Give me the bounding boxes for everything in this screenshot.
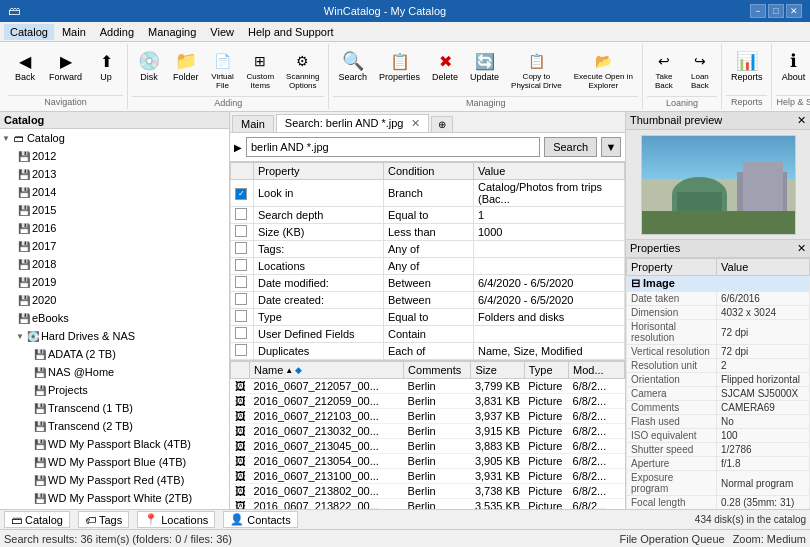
tree-item-wd-red[interactable]: 💾 WD My Passport Red (4TB)	[0, 471, 229, 489]
filter-check-tags[interactable]	[235, 242, 247, 254]
results-row-5[interactable]: 🖼 2016_0607_213054_00... Berlin 3,905 KB…	[231, 454, 625, 469]
menu-help[interactable]: Help and Support	[242, 24, 340, 40]
reports-button[interactable]: 📊 Reports	[726, 46, 768, 86]
results-row-2[interactable]: 🖼 2016_0607_212103_00... Berlin 3,937 KB…	[231, 409, 625, 424]
filter-check-date-mod[interactable]	[235, 276, 247, 288]
thumbnail-close-icon[interactable]: ✕	[797, 114, 806, 127]
execute-explorer-button[interactable]: 📂 Execute Open inExplorer	[569, 46, 638, 94]
filter-check-udf[interactable]	[235, 327, 247, 339]
scanning-options-button[interactable]: ⚙ ScanningOptions	[281, 46, 324, 94]
filter-check-dups[interactable]	[235, 344, 247, 356]
maximize-button[interactable]: □	[768, 4, 784, 18]
status-tab-locations[interactable]: 📍 Locations	[137, 511, 215, 528]
tree-item-my-backups[interactable]: ▶ 💽 My Backups	[0, 507, 229, 509]
forward-button[interactable]: ▶ Forward	[44, 46, 87, 86]
tree-item-2012[interactable]: 💾 2012	[0, 147, 229, 165]
filter-expand-icon[interactable]: ▶	[234, 142, 242, 153]
filter-check-type[interactable]	[235, 310, 247, 322]
filter-check-depth[interactable]	[235, 208, 247, 220]
results-row-1[interactable]: 🖼 2016_0607_212059_00... Berlin 3,831 KB…	[231, 394, 625, 409]
tree-item-2018[interactable]: 💾 2018	[0, 255, 229, 273]
navigation-group-label: Navigation	[8, 95, 123, 107]
tab-close-icon[interactable]: ✕	[411, 117, 420, 129]
status-tab-tags[interactable]: 🏷 Tags	[78, 511, 129, 528]
disk-icon: 💿	[137, 49, 161, 73]
virtual-file-button[interactable]: 📄 VirtualFile	[206, 46, 240, 94]
results-col-comments[interactable]: Comments	[404, 362, 471, 379]
tree-item-2014[interactable]: 💾 2014	[0, 183, 229, 201]
tree-item-ebooks[interactable]: 💾 eBooks	[0, 309, 229, 327]
results-row-3[interactable]: 🖼 2016_0607_213032_00... Berlin 3,915 KB…	[231, 424, 625, 439]
results-row-0[interactable]: 🖼 2016_0607_212057_00... Berlin 3,799 KB…	[231, 379, 625, 394]
results-row-4[interactable]: 🖼 2016_0607_213045_00... Berlin 3,883 KB…	[231, 439, 625, 454]
tab-main[interactable]: Main	[232, 115, 274, 132]
file-type-icon-3: 🖼	[235, 425, 246, 437]
tree-item-projects[interactable]: 💾 Projects	[0, 381, 229, 399]
thumbnail-header: Thumbnail preview ✕	[626, 112, 810, 130]
tab-add[interactable]: ⊕	[431, 116, 453, 132]
menu-view[interactable]: View	[204, 24, 240, 40]
ribbon-group-managing: 🔍 Search 📋 Properties ✖ Delete 🔄 Update …	[329, 44, 642, 109]
up-button[interactable]: ⬆ Up	[89, 46, 123, 86]
status-tab-contacts[interactable]: 👤 Contacts	[223, 511, 297, 528]
properties-close-icon[interactable]: ✕	[797, 242, 806, 255]
tree-item-2020[interactable]: 💾 2020	[0, 291, 229, 309]
close-button[interactable]: ✕	[786, 4, 802, 18]
folder-button[interactable]: 📁 Folder	[168, 46, 204, 86]
results-col-type[interactable]: Type	[524, 362, 568, 379]
prop-row-1: Dimension 4032 x 3024	[627, 306, 810, 320]
filter-check-locations[interactable]	[235, 259, 247, 271]
copy-physical-button[interactable]: 📋 Copy toPhysical Drive	[506, 46, 567, 94]
results-col-size[interactable]: Size	[471, 362, 524, 379]
menu-main[interactable]: Main	[56, 24, 92, 40]
tree-item-2019[interactable]: 💾 2019	[0, 273, 229, 291]
results-col-mod[interactable]: Mod...	[569, 362, 625, 379]
minimize-button[interactable]: −	[750, 4, 766, 18]
tree-item-wd-blue[interactable]: 💾 WD My Passport Blue (4TB)	[0, 453, 229, 471]
tree-item-wd-white[interactable]: 💾 WD My Passport White (2TB)	[0, 489, 229, 507]
tree-item-adata[interactable]: 💾 ADATA (2 TB)	[0, 345, 229, 363]
search-button[interactable]: 🔍 Search	[333, 46, 372, 86]
filter-col-condition: Condition	[384, 163, 474, 180]
tree-item-transcend1[interactable]: 💾 Transcend (1 TB)	[0, 399, 229, 417]
search-dropdown-button[interactable]: ▼	[601, 137, 621, 157]
menu-adding[interactable]: Adding	[94, 24, 140, 40]
results-col-name[interactable]: Name ▲ ◆	[250, 362, 404, 379]
search-input[interactable]	[246, 137, 540, 157]
tree-item-hard-drives[interactable]: ▼ 💽 Hard Drives & NAS	[0, 327, 229, 345]
tree-item-catalog[interactable]: ▼ 🗃 Catalog	[0, 129, 229, 147]
tab-search-berlin[interactable]: Search: berlin AND *.jpg ✕	[276, 114, 429, 132]
contacts-tab-icon: 👤	[230, 513, 244, 526]
filter-check-date-cre[interactable]	[235, 293, 247, 305]
file-type-icon-1: 🖼	[235, 395, 246, 407]
update-button[interactable]: 🔄 Update	[465, 46, 504, 86]
tree-item-wd-black[interactable]: 💾 WD My Passport Black (4TB)	[0, 435, 229, 453]
loan-back-button[interactable]: ↪ LoanBack	[683, 46, 717, 94]
copy-physical-label: Copy toPhysical Drive	[511, 73, 562, 91]
properties-button[interactable]: 📋 Properties	[374, 46, 425, 86]
menu-managing[interactable]: Managing	[142, 24, 202, 40]
custom-items-button[interactable]: ⊞ CustomItems	[242, 46, 280, 94]
tree-item-transcend2[interactable]: 💾 Transcend (2 TB)	[0, 417, 229, 435]
results-row-6[interactable]: 🖼 2016_0607_213100_00... Berlin 3,931 KB…	[231, 469, 625, 484]
filter-row-size: Size (KB) Less than 1000	[231, 224, 625, 241]
status-tab-catalog[interactable]: 🗃 Catalog	[4, 511, 70, 528]
results-row-8[interactable]: 🖼 2016_0607_213822_00... Berlin 3,535 KB…	[231, 499, 625, 510]
prop-row-9: ISO equivalent 100	[627, 429, 810, 443]
filter-check-size[interactable]	[235, 225, 247, 237]
about-button[interactable]: ℹ About	[776, 46, 810, 86]
search-execute-button[interactable]: Search	[544, 137, 597, 157]
filter-check-lookin[interactable]: ✓	[235, 188, 247, 200]
tree-item-2016[interactable]: 💾 2016	[0, 219, 229, 237]
back-button[interactable]: ◀ Back	[8, 46, 42, 86]
tree-item-2017[interactable]: 💾 2017	[0, 237, 229, 255]
about-label: About	[782, 73, 806, 83]
tree-item-nas[interactable]: 💾 NAS @Home	[0, 363, 229, 381]
menu-catalog[interactable]: Catalog	[4, 24, 54, 40]
take-back-button[interactable]: ↩ TakeBack	[647, 46, 681, 94]
delete-button[interactable]: ✖ Delete	[427, 46, 463, 86]
tree-item-2013[interactable]: 💾 2013	[0, 165, 229, 183]
tree-item-2015[interactable]: 💾 2015	[0, 201, 229, 219]
results-row-7[interactable]: 🖼 2016_0607_213802_00... Berlin 3,738 KB…	[231, 484, 625, 499]
disk-button[interactable]: 💿 Disk	[132, 46, 166, 86]
